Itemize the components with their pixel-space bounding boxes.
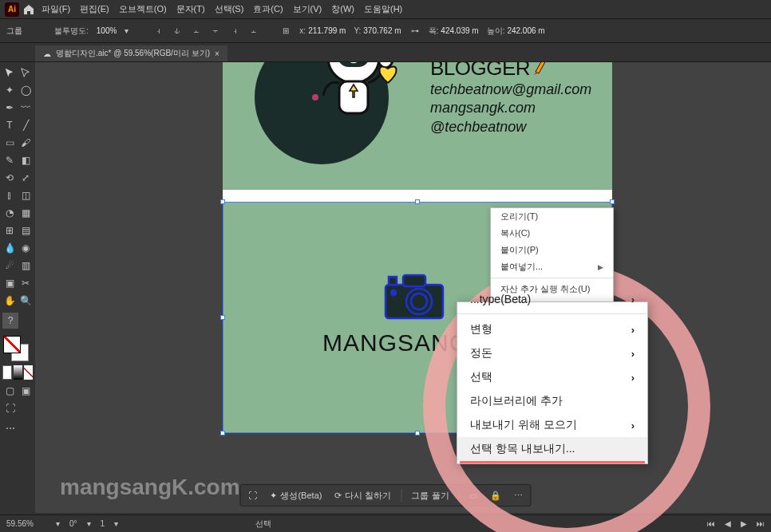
symbol-tool[interactable]: ☄ bbox=[2, 258, 17, 274]
recolor-button[interactable]: ⟳다시 칠하기 bbox=[331, 488, 394, 503]
menu-type[interactable]: 문자(T) bbox=[173, 2, 208, 17]
close-tab-icon[interactable]: × bbox=[215, 49, 219, 58]
ctx2-transform[interactable]: 변형› bbox=[457, 317, 647, 341]
nav-prev-icon[interactable]: ◀ bbox=[725, 519, 731, 528]
ctx2-collect-export[interactable]: 내보내기 위해 모으기› bbox=[457, 413, 647, 437]
pencil-icon bbox=[532, 62, 548, 75]
zoom-value[interactable]: 59.56% bbox=[6, 519, 46, 528]
tab-bar: ☁ 명함디자인.aic* @ 59.56%(RGB/미리 보기) × bbox=[0, 43, 771, 62]
chevron-down-icon[interactable]: ▾ bbox=[87, 519, 91, 528]
svg-point-13 bbox=[411, 294, 427, 309]
sparkle-icon: ✦ bbox=[270, 491, 277, 501]
opacity-value[interactable]: 100% bbox=[97, 26, 117, 35]
ungroup-button[interactable]: 그룹 풀기 bbox=[408, 488, 452, 503]
shape-builder-tool[interactable]: ◔ bbox=[2, 205, 17, 221]
align-center-h-icon[interactable]: ⫝ bbox=[172, 26, 183, 37]
menu-window[interactable]: 창(W) bbox=[328, 2, 358, 17]
ctx2-retype[interactable]: ...type(Beta)› bbox=[457, 288, 647, 310]
align-right-icon[interactable]: ⫠ bbox=[191, 26, 202, 37]
ctx-paste-special[interactable]: 붙여넣기...▶ bbox=[491, 258, 613, 275]
generate-button[interactable]: ✦생성(Beta) bbox=[267, 488, 325, 503]
home-icon[interactable] bbox=[22, 3, 35, 16]
menu-help[interactable]: 도움말(H) bbox=[361, 2, 405, 17]
nav-next-icon[interactable]: ▶ bbox=[741, 519, 747, 528]
site-text: mangsangk.com bbox=[430, 99, 591, 117]
x-value[interactable]: 211.799 m bbox=[308, 26, 346, 35]
y-value[interactable]: 370.762 m bbox=[363, 26, 401, 35]
hand-tool[interactable]: ✋ bbox=[2, 293, 17, 309]
width-tool[interactable]: ⫿ bbox=[2, 187, 17, 203]
link-icon[interactable]: ⊶ bbox=[409, 26, 421, 37]
shaper-tool[interactable]: ✎ bbox=[2, 152, 17, 168]
line-tool[interactable]: ╱ bbox=[18, 117, 33, 133]
draw-behind-icon[interactable]: ▣ bbox=[18, 383, 33, 399]
menu-view[interactable]: 보기(V) bbox=[290, 2, 326, 17]
draw-normal-icon[interactable]: ▢ bbox=[2, 383, 17, 399]
ctx2-export-selection[interactable]: 선택 항목 내보내기... bbox=[457, 437, 647, 461]
blend-tool[interactable]: ◉ bbox=[18, 240, 33, 256]
screen-mode-icon[interactable]: ⛶ bbox=[2, 400, 18, 416]
chevron-down-icon[interactable]: ▾ bbox=[125, 26, 128, 35]
brush-tool[interactable]: 🖌 bbox=[18, 135, 33, 151]
align-top-icon[interactable]: ⫟ bbox=[210, 26, 221, 37]
ctx-paste[interactable]: 붙이기(P) bbox=[491, 242, 613, 258]
align-center-v-icon[interactable]: ⫞ bbox=[229, 26, 240, 37]
artboard-tool[interactable]: ▣ bbox=[2, 275, 17, 291]
artboard-nav[interactable]: 1 bbox=[101, 519, 105, 528]
menu-select[interactable]: 선택(S) bbox=[212, 2, 247, 17]
more-icon[interactable]: ⋯ bbox=[511, 489, 526, 502]
lock-icon[interactable]: 🔒 bbox=[487, 489, 504, 502]
mesh-tool[interactable]: ⊞ bbox=[2, 223, 17, 238]
swatch-gradient[interactable] bbox=[14, 365, 22, 380]
rotate-tool[interactable]: ⟲ bbox=[2, 170, 17, 186]
refresh-icon: ⟳ bbox=[334, 491, 342, 501]
align-left-icon[interactable]: ⫞ bbox=[152, 26, 164, 37]
curvature-tool[interactable]: 〰 bbox=[18, 100, 33, 116]
eraser-tool[interactable]: ◧ bbox=[18, 152, 33, 168]
lasso-tool[interactable]: ◯ bbox=[18, 82, 33, 98]
direct-selection-tool[interactable] bbox=[18, 65, 33, 81]
magic-wand-tool[interactable]: ✦ bbox=[2, 82, 17, 98]
eyedropper-tool[interactable]: 💧 bbox=[2, 240, 17, 256]
perspective-tool[interactable]: ▦ bbox=[18, 205, 33, 221]
chevron-down-icon[interactable]: ▾ bbox=[114, 519, 118, 528]
expand-button[interactable]: ⛶ bbox=[245, 489, 260, 502]
heart-icon bbox=[370, 62, 406, 85]
type-tool[interactable]: T bbox=[2, 117, 17, 133]
menu-object[interactable]: 오브젝트(O) bbox=[116, 2, 170, 17]
chevron-down-icon[interactable]: ▾ bbox=[56, 519, 60, 528]
pen-tool[interactable]: ✒ bbox=[2, 100, 17, 116]
gradient-tool[interactable]: ▤ bbox=[18, 223, 33, 238]
ctx-cut[interactable]: 오리기(T) bbox=[491, 208, 613, 225]
cloud-icon: ☁ bbox=[43, 49, 51, 58]
canvas-area: BLOGGER techbeatnow@gmail.com mangsangk.… bbox=[35, 62, 771, 513]
swatch-fill[interactable] bbox=[2, 365, 12, 380]
free-transform-tool[interactable]: ◫ bbox=[18, 187, 33, 203]
ctx-copy[interactable]: 복사(C) bbox=[491, 225, 613, 242]
ctx2-select[interactable]: 선택› bbox=[457, 365, 647, 389]
slice-tool[interactable]: ✂ bbox=[18, 275, 33, 291]
menu-file[interactable]: 파일(F) bbox=[38, 2, 73, 17]
align-bottom-icon[interactable]: ⫠ bbox=[248, 26, 259, 37]
ctx2-add-library[interactable]: 라이브러리에 추가 bbox=[457, 389, 647, 413]
zoom-tool[interactable]: 🔍 bbox=[18, 293, 33, 309]
ctx2-arrange[interactable]: 정돈› bbox=[457, 341, 647, 365]
graph-tool[interactable]: ▥ bbox=[18, 258, 33, 274]
menu-effect[interactable]: 효과(C) bbox=[250, 2, 286, 17]
fill-stroke-picker[interactable] bbox=[2, 334, 30, 363]
menu-edit[interactable]: 편집(E) bbox=[77, 2, 113, 17]
h-value[interactable]: 242.006 m bbox=[507, 26, 544, 35]
transform-icon[interactable]: ⊞ bbox=[280, 26, 291, 37]
unknown-tool[interactable]: ? bbox=[2, 313, 18, 329]
swatch-none[interactable] bbox=[24, 365, 33, 380]
document-tab[interactable]: ☁ 명함디자인.aic* @ 59.56%(RGB/미리 보기) × bbox=[35, 45, 227, 61]
edit-toolbar-icon[interactable]: ⋯ bbox=[2, 420, 18, 436]
nav-first-icon[interactable]: ⏮ bbox=[707, 519, 715, 528]
scale-tool[interactable]: ⤢ bbox=[18, 170, 33, 186]
rotate-angle[interactable]: 0° bbox=[69, 519, 77, 528]
selection-tool[interactable] bbox=[2, 65, 17, 81]
w-value[interactable]: 424.039 m bbox=[441, 26, 478, 35]
rectangle-tool[interactable]: ▭ bbox=[2, 135, 17, 151]
doc-icon[interactable]: ▭ bbox=[466, 489, 480, 502]
nav-last-icon[interactable]: ⏭ bbox=[757, 519, 765, 528]
